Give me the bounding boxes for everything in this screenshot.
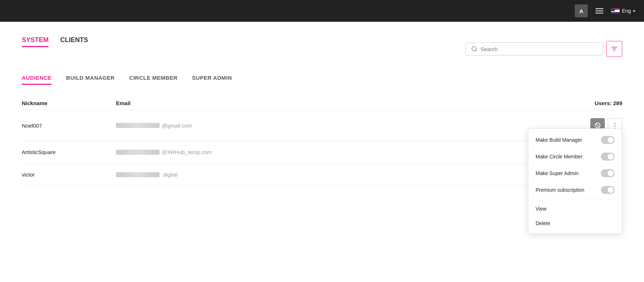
col-users-header: Users: 289 xyxy=(564,100,622,106)
make-build-manager-toggle[interactable] xyxy=(601,136,615,144)
main-content: SYSTEM CLIENTS AU xyxy=(0,22,644,282)
col-email-header: Email xyxy=(116,100,564,106)
row-email: @XRHub_temp.com xyxy=(116,149,564,155)
premium-subscription-toggle[interactable] xyxy=(601,186,615,194)
col-users-label: Users: 289 xyxy=(595,100,622,106)
view-label: View xyxy=(536,206,546,212)
make-super-admin-toggle[interactable] xyxy=(601,169,615,177)
tab-clients[interactable]: CLIENTS xyxy=(60,36,88,47)
table-header: Nickname Email Users: 289 xyxy=(22,96,622,110)
avatar-label: A xyxy=(579,8,583,14)
dropdown-menu: Make Build Manager Make Circle Member Ma… xyxy=(528,128,622,234)
filter-icon xyxy=(611,45,618,53)
search-icon xyxy=(471,46,478,52)
make-circle-member-label: Make Circle Member xyxy=(536,154,582,159)
subtab-audience[interactable]: AUDIENCE xyxy=(22,75,51,85)
subtab-build-manager[interactable]: BUILD MANAGER xyxy=(66,75,115,85)
search-wrapper xyxy=(466,41,622,57)
flag-icon xyxy=(611,8,620,14)
email-blur xyxy=(116,150,160,155)
subtab-super-admin[interactable]: SUPER ADMIN xyxy=(192,75,232,85)
row-nickname: victor xyxy=(22,171,116,178)
dropdown-item-make-circle-member[interactable]: Make Circle Member xyxy=(528,148,622,165)
nickname-value: Noel007 xyxy=(22,123,42,129)
email-blur xyxy=(116,172,160,177)
col-nickname-header: Nickname xyxy=(22,100,116,106)
hamburger-menu[interactable] xyxy=(594,5,605,17)
make-build-manager-label: Make Build Manager xyxy=(536,137,582,143)
subtab-circle-member[interactable]: CIRCLE MEMBER xyxy=(129,75,177,85)
make-circle-member-toggle[interactable] xyxy=(601,153,615,161)
top-tabs: SYSTEM CLIENTS xyxy=(22,36,88,47)
dropdown-item-view[interactable]: View xyxy=(528,202,622,216)
language-selector[interactable]: Eng ▾ xyxy=(611,8,635,14)
topnav: A Eng ▾ xyxy=(0,0,644,22)
lang-label: Eng xyxy=(622,8,631,14)
chevron-down-icon: ▾ xyxy=(633,9,635,13)
email-suffix: .digital xyxy=(162,171,177,178)
dropdown-item-delete[interactable]: Delete xyxy=(528,216,622,231)
table-row: Noel007 @gmail.com ⋮ Make Build Manager xyxy=(22,110,622,141)
col-email-label: Email xyxy=(116,100,131,106)
tab-clients-label: CLIENTS xyxy=(60,36,88,43)
row-email: .digital xyxy=(116,171,564,178)
svg-line-6 xyxy=(596,124,600,128)
tab-system-label: SYSTEM xyxy=(22,36,49,43)
dropdown-item-make-build-manager[interactable]: Make Build Manager xyxy=(528,132,622,148)
filter-button[interactable] xyxy=(606,41,622,57)
row-email: @gmail.com xyxy=(116,123,564,129)
email-suffix: @XRHub_temp.com xyxy=(162,149,212,155)
search-input[interactable] xyxy=(480,46,598,52)
delete-label: Delete xyxy=(536,220,550,226)
nickname-value: victor xyxy=(22,171,35,178)
svg-line-1 xyxy=(475,50,476,51)
dropdown-divider xyxy=(528,200,622,200)
dropdown-item-make-super-admin[interactable]: Make Super Admin xyxy=(528,165,622,182)
nickname-value: ArtisticSquare xyxy=(22,149,55,155)
subtab-circle-member-label: CIRCLE MEMBER xyxy=(129,75,177,81)
svg-point-0 xyxy=(472,46,476,51)
ban-icon xyxy=(594,122,601,129)
subtab-super-admin-label: SUPER ADMIN xyxy=(192,75,232,81)
row-nickname: ArtisticSquare xyxy=(22,149,116,155)
dropdown-item-premium-subscription[interactable]: Premium subscription xyxy=(528,182,622,198)
email-suffix: @gmail.com xyxy=(162,123,192,129)
tab-system[interactable]: SYSTEM xyxy=(22,36,49,47)
col-nickname-label: Nickname xyxy=(22,100,48,106)
subtab-build-manager-label: BUILD MANAGER xyxy=(66,75,115,81)
premium-subscription-label: Premium subscription xyxy=(536,187,585,193)
sub-tabs: AUDIENCE BUILD MANAGER CIRCLE MEMBER SUP… xyxy=(22,75,622,85)
user-avatar[interactable]: A xyxy=(575,4,588,17)
make-super-admin-label: Make Super Admin xyxy=(536,170,578,176)
search-box xyxy=(466,42,603,55)
subtab-audience-label: AUDIENCE xyxy=(22,75,51,81)
email-blur xyxy=(116,123,160,128)
row-nickname: Noel007 xyxy=(22,123,116,129)
